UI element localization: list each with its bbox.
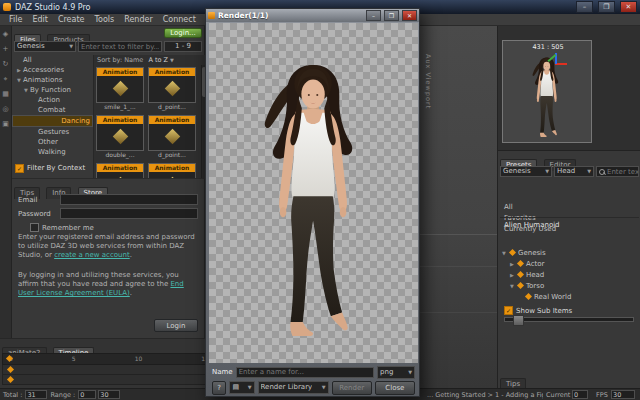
render-minimize-button[interactable]: – — [366, 10, 381, 21]
remember-me-checkbox[interactable]: Remember me — [30, 223, 94, 232]
node-icon — [517, 271, 524, 278]
sort-label: Sort by: Name — [97, 56, 143, 64]
morph-item-label[interactable]: Alien Humanoid — [504, 221, 560, 229]
keyframe-icon[interactable] — [7, 376, 14, 383]
camera-tool-icon[interactable]: ◎ — [1, 105, 11, 113]
show-sub-items-checkbox[interactable]: ✓ Show Sub Items — [500, 305, 639, 316]
aux-viewport-pane[interactable]: 431 : 505 — [497, 26, 640, 150]
scale-tool-icon[interactable]: ⌖ — [1, 75, 11, 83]
menu-tools[interactable]: Tools — [89, 14, 119, 25]
name-label: Name — [212, 368, 233, 376]
fps-field[interactable] — [611, 390, 635, 399]
aux-viewport-tab[interactable]: Aux Viewport — [424, 54, 432, 128]
category-gestures[interactable]: Gestures — [12, 127, 93, 137]
shaping-search-input[interactable]: Enter text to filter by... — [596, 166, 639, 177]
close-button[interactable]: ✕ — [620, 1, 637, 13]
pager-value: 1 - 9 — [175, 42, 191, 51]
checkbox-icon — [30, 223, 39, 232]
login-quick-button[interactable]: Login... — [164, 28, 202, 38]
filter-all[interactable]: All — [498, 202, 640, 213]
category-animations[interactable]: ▼Animations — [12, 75, 93, 85]
render-close-button[interactable]: Close — [375, 381, 415, 395]
chevron-down-icon: ▼ — [408, 368, 412, 377]
render-button[interactable]: Render — [332, 381, 372, 395]
thumbnail-label: smile_1_... — [96, 103, 144, 111]
tree-torso[interactable]: ▼Torso — [500, 280, 639, 291]
sort-bar[interactable]: Sort by: Name A to Z ▼ — [94, 55, 205, 65]
animation-badge: Animation — [97, 116, 143, 124]
tree-real-world[interactable]: Real World — [500, 291, 639, 302]
category-all[interactable]: All — [12, 55, 93, 65]
render-name-input[interactable] — [236, 367, 374, 378]
figure-selector-dropdown[interactable]: Genesis ▼ — [14, 41, 76, 52]
store-login-button[interactable]: Login — [154, 319, 198, 332]
pager-control[interactable]: 1 - 9 — [164, 41, 202, 52]
format-dropdown[interactable]: png▼ — [377, 366, 415, 379]
menu-create[interactable]: Create — [53, 14, 90, 25]
asset-thumbnail[interactable]: Animation d_point... — [148, 115, 196, 159]
category-accessories[interactable]: ▶Accessories — [12, 65, 93, 75]
filter-by-context-checkbox[interactable]: ✓ Filter By Context — [12, 163, 93, 173]
surface-tool-icon[interactable]: ▦ — [1, 90, 11, 98]
content-search-input[interactable] — [78, 41, 162, 52]
slider-handle[interactable] — [513, 315, 524, 326]
create-account-link[interactable]: create a new account — [54, 251, 130, 259]
save-image-icon-button[interactable]: ▤▼ — [229, 381, 254, 394]
email-field[interactable] — [60, 194, 198, 205]
maximize-button[interactable]: ❐ — [598, 1, 615, 13]
keyframe-icon[interactable] — [7, 366, 14, 373]
figure-selector-value: Genesis — [17, 42, 45, 51]
category-walking[interactable]: Walking — [12, 147, 93, 157]
render-library-dropdown[interactable]: Render Library ▼ — [258, 381, 329, 394]
menu-render[interactable]: Render — [119, 14, 157, 25]
category-by-function[interactable]: ▼By Function — [12, 85, 93, 95]
tree-head[interactable]: ▶Head — [500, 269, 639, 280]
menu-connect[interactable]: Connect — [158, 14, 201, 25]
render-tool-icon[interactable]: ▣ — [1, 120, 11, 128]
asset-thumbnail[interactable]: Animation d_point... — [148, 67, 196, 111]
minimize-button[interactable]: – — [576, 1, 593, 13]
range-start-field[interactable] — [78, 390, 96, 399]
figure-scope-dropdown[interactable]: Genesis▼ — [500, 166, 552, 177]
current-frame-field[interactable] — [572, 390, 588, 399]
help-button[interactable]: ? — [212, 381, 226, 395]
menu-file[interactable]: File — [4, 14, 27, 25]
category-combat[interactable]: Combat — [12, 105, 93, 115]
translate-tool-icon[interactable]: + — [1, 45, 11, 53]
menu-edit[interactable]: Edit — [27, 14, 53, 25]
asset-thumbnail[interactable]: Animation smile_1_... — [96, 67, 144, 111]
tool-strip: ◈ + ↻ ⌖ ▦ ◎ ▣ — [0, 26, 12, 338]
chevron-down-icon: ▼ — [248, 383, 252, 392]
animation-badge: Animation — [97, 68, 143, 76]
render-name-row: Name png▼ — [209, 365, 418, 379]
total-frames-field[interactable] — [25, 390, 47, 399]
node-icon — [517, 282, 524, 289]
category-action[interactable]: Action — [12, 95, 93, 105]
tree-genesis[interactable]: ▼Genesis — [500, 247, 639, 258]
aux-preview[interactable]: 431 : 505 — [502, 40, 592, 143]
placeholder-icon — [112, 81, 128, 97]
asset-thumbnail[interactable]: Animation — [148, 163, 196, 178]
password-field[interactable] — [60, 208, 198, 219]
asset-browser: Sort by: Name A to Z ▼ Animation smile_1… — [93, 55, 205, 178]
chevron-down-icon: ▼ — [587, 167, 591, 176]
tree-actor[interactable]: ▶Actor — [500, 258, 639, 269]
animation-badge: Animation — [149, 116, 195, 124]
node-selection-tool-icon[interactable]: ◈ — [1, 30, 11, 38]
region-scope-dropdown[interactable]: Head▼ — [554, 166, 594, 177]
morph-slider[interactable] — [504, 317, 634, 322]
render-close-icon-button[interactable]: ✕ — [402, 10, 417, 21]
category-other[interactable]: Other — [12, 137, 93, 147]
render-dialog[interactable]: Render(1/1) – ❐ ✕ Name png▼ ? ▤▼ Render … — [205, 8, 420, 397]
rendered-figure — [239, 45, 389, 355]
range-end-field[interactable] — [98, 390, 120, 399]
checkbox-icon: ✓ — [504, 306, 513, 315]
render-maximize-button[interactable]: ❐ — [384, 10, 399, 21]
render-dialog-titlebar[interactable]: Render(1/1) – ❐ ✕ — [206, 9, 419, 22]
category-dancing[interactable]: Dancing — [12, 115, 93, 127]
thumbnail-label: double_... — [96, 151, 144, 159]
rotate-tool-icon[interactable]: ↻ — [1, 60, 11, 68]
asset-thumbnail[interactable]: Animation double_... — [96, 115, 144, 159]
content-pane-tabs: Files Products — [14, 27, 91, 39]
asset-thumbnail[interactable]: Animation — [96, 163, 144, 178]
